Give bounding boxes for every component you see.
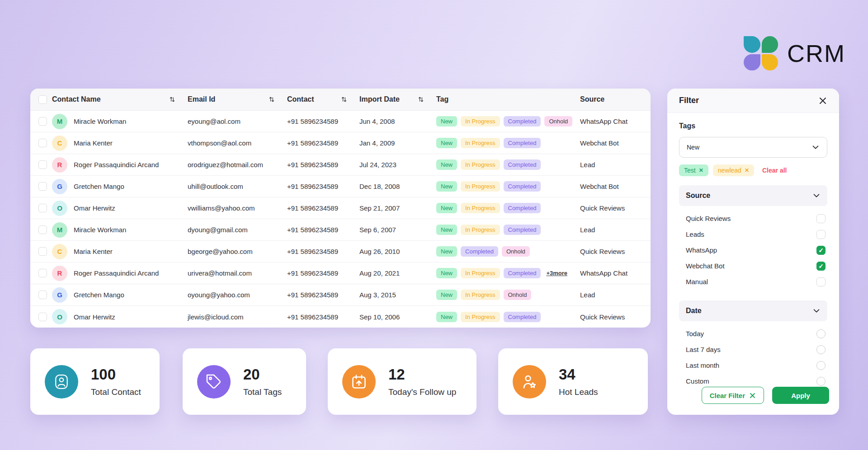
filter-chip[interactable]: newlead✕: [713, 164, 754, 176]
tag-chip: In Progress: [461, 312, 500, 322]
remove-chip-icon[interactable]: ✕: [745, 167, 749, 173]
tag-chip: In Progress: [461, 116, 500, 127]
logo-petal-teal: [744, 36, 760, 53]
app-logo: CRM: [744, 36, 845, 70]
tag-list: NewIn ProgressCompleted: [436, 312, 580, 322]
avatar: C: [52, 244, 67, 259]
stat-value: 20: [243, 366, 282, 383]
date-option-label: Last 7 days: [686, 346, 721, 353]
tag-chip: Completed: [504, 225, 541, 235]
row-checkbox[interactable]: [38, 269, 47, 277]
source-options: Quick ReviewsLeadsWhatsApp✓Webchat Bot✓M…: [679, 206, 827, 291]
email: urivera@hotmail.com: [188, 269, 287, 277]
contact-name: Miracle Workman: [74, 117, 126, 125]
date-option[interactable]: Last 7 days: [686, 342, 826, 357]
filter-chip[interactable]: Test✕: [679, 164, 708, 176]
sort-icon[interactable]: [169, 96, 176, 103]
source: Quick Reviews: [580, 313, 651, 321]
avatar: R: [52, 157, 67, 173]
apply-button[interactable]: Apply: [772, 387, 829, 404]
source: Quick Reviews: [580, 204, 651, 212]
stat-label: Today's Follow up: [388, 387, 456, 397]
contact-name: Maria Kenter: [74, 139, 113, 147]
tag-chip: New: [436, 290, 457, 300]
row-checkbox[interactable]: [38, 204, 47, 212]
more-tags-link[interactable]: +3more: [546, 270, 567, 277]
tag-chip: New: [436, 312, 457, 322]
date-radio[interactable]: [816, 377, 826, 386]
date-radio[interactable]: [816, 361, 826, 370]
source: Lead: [580, 291, 651, 299]
source-option[interactable]: Manual: [686, 274, 826, 290]
tag-chip: New: [436, 225, 457, 235]
logo-petal-purple: [744, 54, 760, 71]
tags-section-label: Tags: [679, 122, 827, 130]
close-icon[interactable]: [818, 96, 827, 105]
import-date: Sep 10, 2006: [359, 313, 436, 321]
row-checkbox[interactable]: [38, 182, 47, 191]
phone: +91 5896234589: [287, 183, 359, 190]
tag-chip: In Progress: [461, 159, 500, 170]
row-checkbox[interactable]: [38, 313, 47, 321]
tags-select-value: New: [687, 144, 699, 151]
contact-name: Gretchen Mango: [74, 291, 124, 299]
table-row: O Omar Herwitz vwilliams@yahoo.com +91 5…: [30, 197, 651, 219]
tags-select[interactable]: New: [679, 137, 827, 158]
source-checkbox[interactable]: [816, 214, 826, 223]
stat-card: 100 Total Contact: [30, 348, 160, 415]
avatar: O: [52, 201, 67, 216]
column-header-contact: Contact: [287, 95, 314, 103]
source-option[interactable]: WhatsApp✓: [686, 242, 826, 258]
tag-chip: New: [436, 116, 457, 127]
row-checkbox[interactable]: [38, 225, 47, 234]
date-option-label: Last month: [686, 361, 719, 369]
import-date: Aug 20, 2021: [359, 269, 436, 277]
date-option-label: Custom: [686, 377, 709, 385]
source: Quick Reviews: [580, 248, 651, 255]
row-checkbox[interactable]: [38, 160, 47, 169]
source: WhatsApp Chat: [580, 269, 651, 277]
sort-icon[interactable]: [417, 96, 425, 103]
source-option[interactable]: Webchat Bot✓: [686, 258, 826, 274]
source-checkbox[interactable]: ✓: [816, 262, 826, 271]
logo-petal-green: [762, 36, 778, 53]
stat-card: 12 Today's Follow up: [328, 348, 476, 415]
column-header-import-date: Import Date: [359, 95, 400, 103]
source-option[interactable]: Leads: [686, 226, 826, 242]
remove-chip-icon[interactable]: ✕: [699, 167, 703, 173]
import-date: Jul 24, 2023: [359, 161, 436, 169]
source-option[interactable]: Quick Reviews: [686, 211, 826, 226]
avatar: G: [52, 287, 67, 303]
source-checkbox[interactable]: ✓: [816, 246, 826, 255]
clear-filter-button[interactable]: Clear Filter: [702, 387, 764, 404]
import-date: Aug 26, 2010: [359, 248, 436, 255]
date-radio[interactable]: [816, 345, 826, 354]
date-options: TodayLast 7 daysLast monthCustom: [679, 321, 827, 391]
source-checkbox[interactable]: [816, 230, 826, 239]
date-radio[interactable]: [816, 329, 826, 338]
stat-label: Hot Leads: [559, 387, 598, 397]
clear-all-link[interactable]: Clear all: [762, 167, 787, 174]
date-section-header[interactable]: Date: [679, 300, 827, 321]
table-row: C Maria Kenter vthompson@aol.com +91 589…: [30, 132, 651, 154]
contact-icon: [45, 365, 78, 398]
date-option[interactable]: Last month: [686, 357, 826, 373]
phone: +91 5896234589: [287, 291, 359, 299]
tag-chip: Completed: [504, 268, 541, 278]
phone: +91 5896234589: [287, 226, 359, 234]
date-option[interactable]: Today: [686, 326, 826, 342]
source-section-header[interactable]: Source: [679, 185, 827, 206]
row-checkbox[interactable]: [38, 117, 47, 126]
avatar: C: [52, 136, 67, 151]
source-checkbox[interactable]: [816, 277, 826, 286]
sort-icon[interactable]: [340, 96, 348, 103]
row-checkbox[interactable]: [38, 247, 47, 256]
stat-label: Total Tags: [243, 387, 282, 397]
row-checkbox[interactable]: [38, 139, 47, 147]
close-icon: [749, 392, 756, 399]
select-all-checkbox[interactable]: [38, 95, 47, 104]
row-checkbox[interactable]: [38, 291, 47, 299]
sort-icon[interactable]: [268, 96, 275, 103]
tag-chip: Onhold: [502, 246, 530, 257]
tag-list: NewIn ProgressCompleted+3more: [436, 268, 580, 278]
